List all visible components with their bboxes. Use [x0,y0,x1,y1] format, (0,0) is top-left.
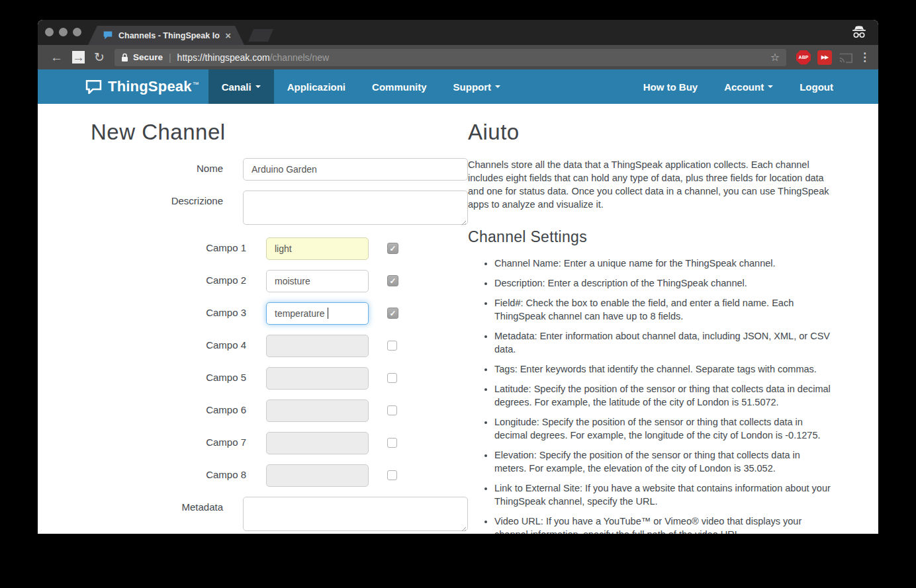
browser-tab[interactable]: Channels - ThingSpeak IoT × [88,26,244,45]
field-8-checkbox[interactable] [387,470,397,480]
description-label: Descrizione [91,190,223,228]
nav-label: Account [724,81,764,93]
nav-label: Canali [222,81,252,93]
text-cursor [328,308,328,319]
metadata-label: Metadata [91,497,223,534]
help-title: Aiuto [468,120,837,145]
nav-label: Logout [800,81,833,93]
bookmark-star-icon[interactable]: ☆ [770,51,780,63]
brand-name: ThingSpeak [108,78,192,95]
url-separator: | [169,52,171,63]
browser-window: Channels - ThingSpeak IoT × ← → ↻ Secure… [38,20,878,534]
field-5-input[interactable] [266,367,369,390]
name-label: Nome [91,158,223,181]
incognito-icon [849,25,869,40]
field-row-1: Campo 1 [91,237,468,260]
browser-menu-icon[interactable]: ⋮ [859,50,870,64]
help-bullet: Elevation: Specify the position of the s… [494,448,833,475]
help-paragraph: Channels store all the data that a Thing… [468,158,837,211]
field-7-label: Campo 7 [91,432,246,454]
video-extension-icon[interactable]: ▶▶ [817,50,832,65]
url-host: https://thingspeak.com [177,52,270,63]
page-content: New Channel Nome Descrizione Campo 1 [38,104,878,534]
tab-close-icon[interactable]: × [225,30,231,40]
nav-item-canali[interactable]: Canali [208,69,274,104]
field-3-checkbox[interactable] [387,308,398,319]
thingspeak-logo[interactable]: ThingSpeak ™ [85,78,199,95]
field-1-input[interactable] [266,237,369,260]
field-row-3: Campo 3 [91,302,468,325]
description-textarea[interactable] [243,190,468,225]
field-6-input[interactable] [266,399,369,422]
name-row: Nome [91,158,468,181]
help-bullet: Link to External Site: If you have a web… [494,482,833,508]
close-window-button[interactable] [45,28,54,36]
new-tab-button[interactable] [248,29,273,42]
help-bullet: Longitude: Specify the position of the s… [494,415,833,442]
field-4-input[interactable] [266,335,369,357]
speech-bubble-icon [85,79,103,94]
name-input[interactable] [243,158,468,181]
nav-label: Support [453,81,492,93]
field-1-label: Campo 1 [91,237,246,260]
chevron-down-icon [768,85,773,88]
help-panel: Aiuto Channels store all the data that a… [468,104,837,534]
tab-strip: Channels - ThingSpeak IoT × [38,20,878,45]
zoom-window-button[interactable] [73,28,81,36]
nav-menu-right: How to Buy Account Logout [630,69,847,104]
secure-label: Secure [133,52,163,62]
metadata-textarea[interactable] [243,497,468,531]
nav-label: How to Buy [643,81,698,93]
field-3-label: Campo 3 [91,302,246,325]
nav-label: Applicazioni [287,81,345,93]
help-bullet: Latitude: Specify the position of the se… [494,382,833,409]
minimize-window-button[interactable] [59,28,68,36]
help-bullet: Video URL: If you have a YouTube™ or Vim… [494,515,833,534]
field-row-4: Campo 4 [91,335,468,357]
nav-item-community[interactable]: Community [359,69,440,104]
help-bullet: Channel Name: Enter a unique name for th… [494,257,833,270]
field-6-label: Campo 6 [91,399,246,422]
help-bullet: Metadata: Enter information about channe… [494,329,833,356]
nav-item-how-to-buy[interactable]: How to Buy [630,69,711,104]
adblock-extension-icon[interactable]: ABP [796,50,811,65]
field-row-2: Campo 2 [91,270,468,292]
cast-icon[interactable] [839,50,853,65]
thingspeak-favicon [103,30,113,40]
page-title: New Channel [91,120,468,145]
new-channel-form: New Channel Nome Descrizione Campo 1 [91,104,468,534]
field-7-checkbox[interactable] [387,438,397,448]
field-8-input[interactable] [266,464,369,487]
help-bullet: Field#: Check the box to enable the fiel… [494,296,833,323]
nav-item-support[interactable]: Support [440,69,514,104]
forward-icon[interactable]: → [72,51,85,63]
nav-item-logout[interactable]: Logout [786,69,847,104]
field-4-checkbox[interactable] [387,341,397,351]
help-bullet: Tags: Enter keywords that identify the c… [494,362,833,376]
field-row-5: Campo 5 [91,367,468,390]
field-2-checkbox[interactable] [387,275,398,286]
field-2-input[interactable] [266,270,369,292]
nav-item-applicazioni[interactable]: Applicazioni [274,69,359,104]
field-3-input[interactable] [266,302,369,325]
description-row: Descrizione [91,190,468,228]
field-1-checkbox[interactable] [387,243,398,254]
field-7-input[interactable] [266,432,369,454]
chevron-down-icon [255,85,261,88]
field-row-7: Campo 7 [91,432,468,454]
site-navbar: ThingSpeak ™ Canali Applicazioni Communi… [38,69,878,104]
address-bar[interactable]: Secure | https://thingspeak.com /channel… [114,49,786,66]
field-2-label: Campo 2 [91,270,246,292]
field-row-8: Campo 8 [91,464,468,487]
reload-icon[interactable]: ↻ [94,51,105,63]
field-row-6: Campo 6 [91,399,468,422]
help-bullet-list: Channel Name: Enter a unique name for th… [468,257,837,534]
field-5-checkbox[interactable] [387,373,397,383]
field-6-checkbox[interactable] [387,405,397,415]
nav-item-account[interactable]: Account [711,69,786,104]
nav-label: Community [372,81,427,93]
back-icon[interactable]: ← [50,51,63,63]
lock-icon [121,53,128,62]
field-5-label: Campo 5 [91,367,246,390]
tab-title: Channels - ThingSpeak IoT [118,31,220,40]
